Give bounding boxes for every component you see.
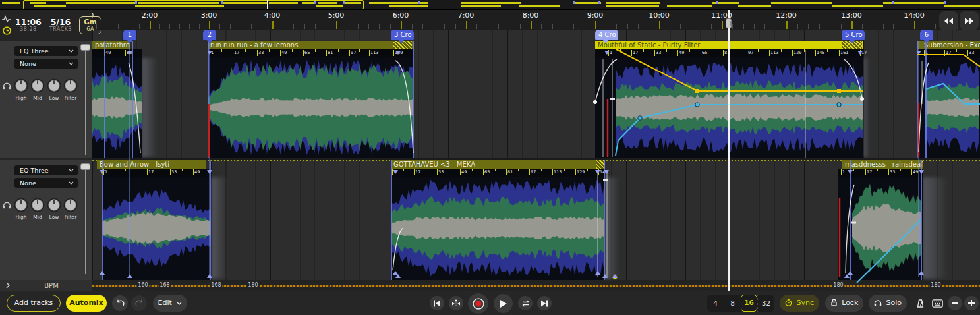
bpm-value: 168	[210, 282, 222, 289]
play-button[interactable]	[494, 294, 513, 313]
clip-boundary[interactable]	[104, 41, 105, 158]
headphones-cue-icon[interactable]	[3, 82, 11, 90]
add-tracks-button[interactable]: Add tracks	[7, 295, 61, 312]
beat-ruler: 1173349658197113129145	[391, 169, 605, 177]
waveform	[102, 177, 211, 279]
knob-high[interactable]	[14, 78, 28, 93]
loop-length-32[interactable]: 32	[757, 295, 774, 312]
timeline-marker-1[interactable]: 1	[123, 30, 136, 40]
clip-boundary[interactable]	[921, 160, 922, 280]
redo-button[interactable]	[131, 295, 147, 311]
skip-to-end-button[interactable]	[537, 296, 552, 310]
bpm-lane-header[interactable]: BPM	[0, 280, 92, 291]
beat-tick	[403, 169, 404, 171]
clip-boundary[interactable]	[850, 160, 851, 280]
waveform	[616, 58, 863, 157]
ruler-minor-tick	[498, 24, 499, 29]
key-badge[interactable]: Gm 6A	[79, 16, 101, 34]
knob-low[interactable]	[47, 198, 61, 212]
clip-boundary[interactable]	[925, 41, 927, 158]
beat-tick	[221, 49, 222, 52]
clip-boundary[interactable]	[413, 41, 414, 158]
quantize-button[interactable]	[449, 296, 463, 310]
clip-bow[interactable]: Bow and Arrow - Isyti1173349	[102, 160, 211, 280]
timeline-marker-5[interactable]: 5 Cro	[842, 30, 865, 40]
ruler-minor-tick	[509, 24, 509, 29]
playhead-handle[interactable]	[726, 18, 732, 28]
clip-mouthful[interactable]: Mouthful of Static - Purity Filter117334…	[595, 41, 863, 158]
loop-length-16[interactable]: 16	[741, 295, 757, 312]
beat-number: 17	[865, 169, 872, 175]
volume-fader-handle[interactable]	[80, 44, 90, 51]
clip-boundary[interactable]	[132, 41, 133, 158]
fx-select-track-2[interactable]: None	[14, 178, 78, 188]
beat-number: 1	[608, 50, 612, 56]
ruler-minor-tick	[904, 24, 904, 29]
beat-number: 1	[210, 50, 214, 56]
zoom-out-button[interactable]	[948, 296, 962, 310]
clip-gotta[interactable]: GOTTAHAVEU <3 - MEKA11733496581971131291…	[391, 160, 605, 280]
knob-mid[interactable]	[30, 198, 45, 212]
beat-tick	[781, 49, 782, 52]
ruler-minor-tick	[541, 24, 542, 29]
bpm-automation-lane[interactable]: 160168168180180180	[92, 280, 980, 291]
fx-select-track-1[interactable]: None	[14, 59, 78, 69]
playhead[interactable]	[728, 9, 730, 291]
overview-minimap[interactable]	[0, 0, 980, 10]
sync-button[interactable]: Sync	[780, 295, 819, 312]
volume-fader-handle[interactable]	[80, 163, 90, 170]
eq-select-track-1[interactable]: EQ Three	[14, 46, 78, 56]
loop-length-8[interactable]: 8	[724, 295, 741, 312]
clip-boundary[interactable]	[917, 41, 918, 158]
clip-title: potatothrow	[92, 41, 130, 49]
shortcuts-button[interactable]	[929, 295, 946, 312]
clip-boundary[interactable]	[102, 160, 103, 280]
knob-filter[interactable]	[63, 198, 78, 212]
clip-submersion[interactable]: Submersion - Exodus11733	[917, 41, 980, 158]
clip-boundary[interactable]	[391, 160, 392, 280]
beat-number: 113	[369, 50, 378, 56]
ruler-minor-tick	[754, 24, 755, 29]
minimap-marker	[418, 1, 420, 4]
knob-low[interactable]	[47, 78, 61, 93]
track-1-mixer-panel: EQ ThreeNoneHighMidLowFilter	[0, 41, 92, 159]
beat-tick	[495, 169, 496, 171]
clip-boundary[interactable]	[208, 41, 209, 158]
timeline-marker-6[interactable]: 6	[920, 30, 933, 40]
beat-tick	[900, 169, 901, 171]
undo-button[interactable]	[112, 295, 128, 311]
clip-potatothrow[interactable]: potatothrow4965	[92, 41, 142, 158]
timeline-marker-4[interactable]: 4 Cro	[595, 30, 618, 40]
ruler-minor-tick	[883, 24, 884, 29]
automix-button[interactable]: Automix	[66, 295, 107, 312]
lock-button[interactable]: Lock	[825, 295, 863, 312]
record-button[interactable]	[468, 293, 488, 314]
metronome-button[interactable]	[912, 295, 929, 312]
minimap-viewport[interactable]	[23, 0, 364, 9]
jump-forward-button[interactable]	[960, 11, 979, 30]
edit-menu-button[interactable]: Edit	[153, 295, 187, 312]
time-ruler[interactable]: 1:002:003:004:005:006:007:008:009:0010:0…	[92, 9, 980, 30]
timeline-marker-3[interactable]: 3 Cro	[391, 30, 414, 40]
jump-back-button[interactable]	[939, 11, 958, 30]
redo-icon	[135, 299, 144, 307]
headphones-cue-icon[interactable]	[3, 201, 11, 209]
clip-masd[interactable]: masddnesss - rainsdeaf1173349	[838, 160, 923, 280]
eq-select-track-2[interactable]: EQ Three	[14, 165, 78, 175]
clip-boundary[interactable]	[604, 160, 605, 280]
minimap-clip-bar	[606, 5, 659, 7]
clip-boundary[interactable]	[210, 160, 211, 280]
loop-length-4[interactable]: 4	[707, 295, 724, 312]
beat-number: 97	[349, 50, 356, 56]
solo-button[interactable]: Solo	[869, 295, 907, 312]
skip-to-start-button[interactable]	[430, 296, 444, 310]
loop-button[interactable]	[518, 296, 533, 310]
knob-mid[interactable]	[30, 78, 45, 93]
timeline-marker-2[interactable]: 2	[203, 30, 216, 40]
clip-run[interactable]: run run run - a few lemons11733496581971…	[208, 41, 414, 158]
ruler-minor-tick	[606, 24, 606, 29]
zoom-in-button[interactable]	[964, 296, 979, 310]
knob-high[interactable]	[14, 198, 28, 212]
beat-tick	[877, 169, 878, 171]
knob-filter[interactable]	[63, 78, 78, 93]
